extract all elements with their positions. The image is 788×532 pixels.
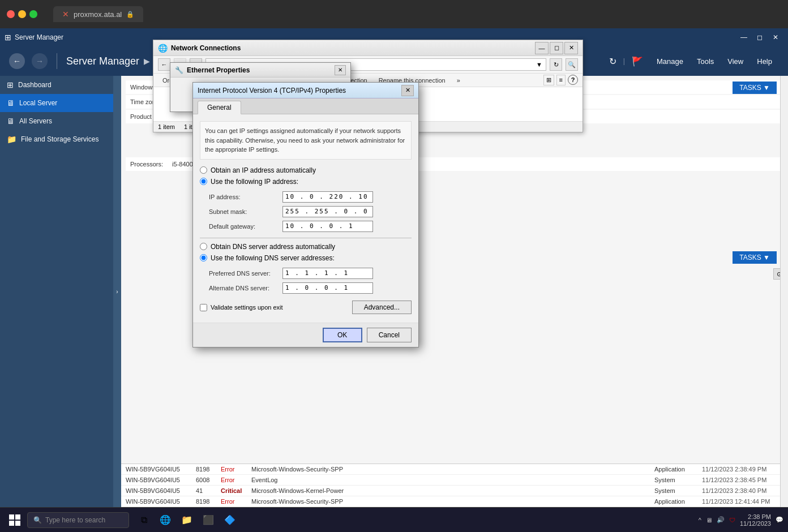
forward-button[interactable]: → <box>32 53 48 69</box>
scrollbar[interactable] <box>780 76 788 507</box>
tp-close[interactable]: ✕ <box>401 85 414 96</box>
manual-ip-radio[interactable] <box>200 178 207 185</box>
auto-dns-row: Obtain DNS server address automatically <box>200 243 412 251</box>
sidebar-item-file-storage[interactable]: 📁 File and Storage Services <box>0 130 113 148</box>
dns-fields: Preferred DNS server: Alternate DNS serv… <box>209 268 412 294</box>
tasks-button[interactable]: TASKS ▼ <box>733 81 777 94</box>
edge-button[interactable]: 🌐 <box>155 510 175 530</box>
event-category-1: System <box>654 477 700 483</box>
ep-close[interactable]: ✕ <box>335 65 346 75</box>
alt-dns-input[interactable] <box>282 282 373 294</box>
sidebar-label-file-storage: File and Storage Services <box>21 135 98 143</box>
browser-chrome: ✕ proxmox.ata.al 🔒 <box>0 0 788 28</box>
minimize-button[interactable] <box>18 10 26 18</box>
volume-icon: 🔊 <box>717 516 725 524</box>
refresh-icon[interactable]: ↻ <box>609 56 616 67</box>
browser-tab[interactable]: ✕ proxmox.ata.al 🔒 <box>53 6 143 22</box>
edge2-button[interactable]: 🔷 <box>220 510 240 530</box>
tray-chevron[interactable]: ^ <box>699 517 701 524</box>
event-category-3: Application <box>654 498 700 505</box>
nc-minimize[interactable]: — <box>535 42 549 54</box>
minimize-icon[interactable]: — <box>736 29 752 45</box>
pref-dns-input[interactable] <box>282 268 373 279</box>
manual-dns-radio[interactable] <box>200 254 207 261</box>
nc-refresh[interactable]: ↻ <box>550 58 562 71</box>
auto-dns-label: Obtain DNS server address automatically <box>211 243 335 251</box>
gateway-input[interactable] <box>282 221 373 232</box>
nc-titlebar-icon: 🌐 <box>158 44 168 53</box>
menu-tools[interactable]: Tools <box>690 54 721 69</box>
taskbar: 🔍 Type here to search ⧉ 🌐 📁 ⬛ 🔷 ^ 🖥 🔊 🛡 … <box>0 507 788 532</box>
sm-header-right: ↻ | 🚩 <box>609 56 643 67</box>
taskbar-date: 11/12/2023 <box>740 520 771 527</box>
tp-titlebar: Internet Protocol Version 4 (TCP/IPv4) P… <box>193 83 418 98</box>
event-level-3: Error <box>221 498 249 505</box>
event-date-2: 11/12/2023 2:38:40 PM <box>702 487 776 494</box>
nc-restore[interactable]: ◻ <box>550 42 563 54</box>
start-button[interactable] <box>5 510 25 530</box>
sidebar-item-dashboard[interactable]: ⊞ Dashboard <box>0 76 113 94</box>
nc-search[interactable]: 🔍 <box>566 58 578 71</box>
table-row[interactable]: WIN-5B9VG604IU5 8198 Error Microsoft-Win… <box>121 496 780 507</box>
flag-icon[interactable]: 🚩 <box>632 56 643 67</box>
event-task-1: EventLog <box>251 477 652 483</box>
close-icon[interactable]: ✕ <box>768 29 783 45</box>
ip-radio-group: Obtain an IP address automatically Use t… <box>200 166 412 186</box>
windows-logo <box>9 514 20 526</box>
table-row[interactable]: WIN-5B9VG604IU5 6008 Error EventLog Syst… <box>121 475 780 486</box>
auto-ip-label: Obtain an IP address automatically <box>211 166 316 174</box>
subnet-input[interactable] <box>282 206 373 217</box>
ip-address-row: IP address: <box>209 191 412 203</box>
event-level-2: Critical <box>221 487 249 494</box>
restore-icon[interactable]: ◻ <box>752 29 768 45</box>
explorer-button[interactable]: 📁 <box>177 510 197 530</box>
tasks-button-2[interactable]: TASKS ▼ <box>733 251 777 264</box>
maximize-button[interactable] <box>29 10 37 18</box>
view-icon2[interactable]: ≡ <box>556 75 566 85</box>
sidebar-item-all-servers[interactable]: 🖥 All Servers <box>0 112 113 130</box>
auto-ip-radio[interactable] <box>200 166 207 174</box>
sidebar-label-all-servers: All Servers <box>19 117 52 125</box>
menu-manage[interactable]: Manage <box>650 54 690 69</box>
menu-view[interactable]: View <box>721 54 750 69</box>
tab-general[interactable]: General <box>198 101 241 114</box>
local-server-icon: 🖥 <box>7 98 15 108</box>
nc-path-dropdown[interactable]: ▼ <box>536 61 542 68</box>
ip-address-input[interactable] <box>282 191 373 203</box>
validate-checkbox[interactable] <box>200 304 207 311</box>
sidebar: ⊞ Dashboard 🖥 Local Server 🖥 All Servers… <box>0 76 113 507</box>
taskview-button[interactable]: ⧉ <box>134 510 154 530</box>
tp-info-text: You can get IP settings assigned automat… <box>200 121 412 160</box>
table-row[interactable]: WIN-5B9VG604IU5 8198 Error Microsoft-Win… <box>121 464 780 475</box>
view-icon[interactable]: ⊞ <box>543 75 554 85</box>
tp-title: Internet Protocol Version 4 (TCP/IPv4) P… <box>198 87 401 95</box>
help-icon[interactable]: ? <box>568 75 578 85</box>
divider1: | <box>623 57 625 65</box>
cmd-button[interactable]: ⬛ <box>198 510 219 530</box>
ok-button[interactable]: OK <box>323 328 362 342</box>
gateway-label: Default gateway: <box>209 223 282 230</box>
search-icon: 🔍 <box>33 516 42 524</box>
cancel-button[interactable]: Cancel <box>367 328 412 342</box>
advanced-button[interactable]: Advanced... <box>352 301 412 314</box>
taskbar-tray: ^ 🖥 🔊 🛡 2:38 PM 11/12/2023 💬 <box>699 513 783 527</box>
nc-close[interactable]: ✕ <box>564 42 578 54</box>
nc-back[interactable]: ← <box>158 58 170 71</box>
validate-row: Validate settings upon exit Advanced... <box>200 299 412 316</box>
manual-dns-label: Use the following DNS server addresses: <box>211 254 335 262</box>
sidebar-collapse[interactable]: › <box>113 76 121 507</box>
sidebar-item-local-server[interactable]: 🖥 Local Server <box>0 94 113 112</box>
dns-radio-group: Obtain DNS server address automatically … <box>200 243 412 262</box>
pref-dns-row: Preferred DNS server: <box>209 268 412 279</box>
event-task-0: Microsoft-Windows-Security-SPP <box>251 466 652 473</box>
taskbar-search[interactable]: 🔍 Type here to search <box>27 512 129 528</box>
tab-label: proxmox.ata.al <box>74 10 122 19</box>
auto-dns-radio[interactable] <box>200 243 207 250</box>
event-date-3: 11/12/2023 12:41:44 PM <box>702 498 776 505</box>
table-row[interactable]: WIN-5B9VG604IU5 41 Critical Microsoft-Wi… <box>121 486 780 496</box>
back-button[interactable]: ← <box>9 53 25 69</box>
menu-help[interactable]: Help <box>750 54 779 69</box>
close-button[interactable] <box>7 10 15 18</box>
notification-icon[interactable]: 💬 <box>776 516 783 524</box>
more-button[interactable]: » <box>452 75 465 85</box>
